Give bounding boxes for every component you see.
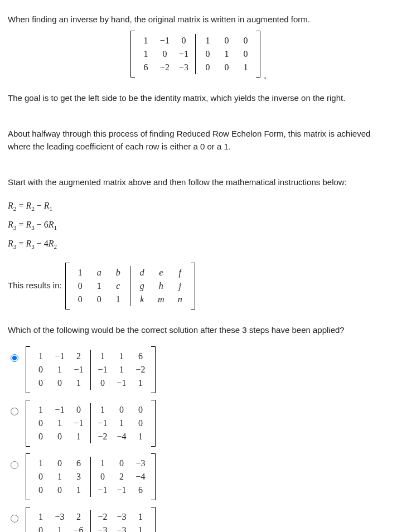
step-2: R3 = R3 − 6R1 [8, 218, 389, 233]
option-4-radio[interactable] [11, 515, 18, 523]
option-1-matrix: 100 −110 2−11 1−10 11−1 6−21 [26, 346, 156, 393]
intro-p3: About halfway through this process of fi… [8, 128, 389, 153]
step-3: R3 = R3 − 4R2 [8, 237, 389, 252]
option-2[interactable]: 100 −110 0−11 1−1−2 01−4 001 [8, 400, 389, 447]
option-1[interactable]: 100 −110 2−11 1−10 11−1 6−21 [8, 346, 389, 393]
result-matrix: 1 0 0 a 1 0 b c 1 d g k e h m [65, 263, 195, 309]
step-1: R2 = R2 − R1 [8, 199, 389, 214]
option-3-radio[interactable] [11, 461, 18, 469]
option-2-radio[interactable] [11, 408, 18, 415]
row-operations: R2 = R2 − R1 R3 = R3 − 6R1 R3 = R3 − 4R2 [8, 199, 389, 252]
results-row: This results in: 1 0 0 a 1 0 b c 1 d g k [8, 263, 389, 309]
option-4-matrix: 100 −310 2−61 −2−3−2 −3−3−4 111 [26, 507, 156, 532]
intro-p2: The goal is to get the left side to be t… [8, 92, 389, 105]
option-2-matrix: 100 −110 0−11 1−1−2 01−4 001 [26, 400, 156, 447]
option-1-radio[interactable] [11, 354, 18, 362]
period: . [264, 68, 267, 83]
option-4[interactable]: 100 −310 2−61 −2−3−2 −3−3−4 111 [8, 507, 389, 532]
question-text: Which of the following would be the corr… [8, 324, 389, 337]
option-3[interactable]: 100 010 631 10−1 02−1 −3−46 [8, 453, 389, 500]
aug-matrix: 1 1 6 −1 0 −2 0 −1 −3 1 0 0 0 1 [130, 31, 260, 78]
options-group: 100 −110 2−11 1−10 11−1 6−21 100 −110 0−… [8, 346, 389, 532]
result-label: This results in: [8, 279, 62, 292]
intro-p1: When finding an inverse by hand, the ori… [8, 13, 389, 26]
aug-matrix-wrap: 1 1 6 −1 0 −2 0 −1 −3 1 0 0 0 1 [8, 31, 389, 83]
intro-p4: Start with the augmented matrix above an… [8, 176, 389, 189]
option-3-matrix: 100 010 631 10−1 02−1 −3−46 [26, 453, 156, 500]
